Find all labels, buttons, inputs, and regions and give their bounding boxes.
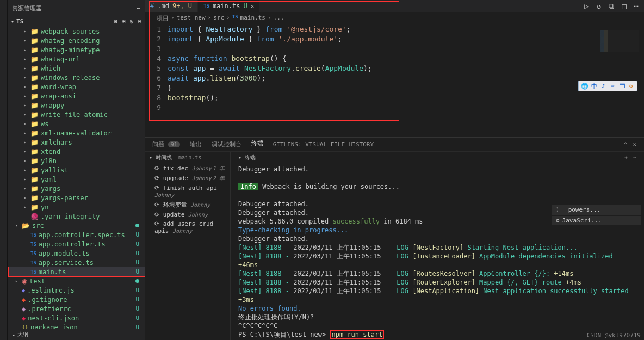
- ime-toolbar[interactable]: 🌐 中 ♪ ⌨ 🗔 ⚙: [578, 81, 637, 91]
- timeline-item[interactable]: ⟳ 环境变量 Johnny: [145, 200, 230, 210]
- file-row[interactable]: TSapp.service.tsU: [9, 258, 145, 267]
- eslint-icon: ◆: [22, 287, 25, 293]
- gear-icon[interactable]: ⚙: [627, 82, 635, 90]
- json-icon: {}: [22, 324, 28, 329]
- terminal-icon: 〉_: [556, 206, 566, 214]
- breadcrumb[interactable]: 项目› test-new› src› TS main.ts› ...: [145, 12, 644, 24]
- file-row[interactable]: TSapp.module.tsU: [9, 249, 145, 258]
- tab-debug-console[interactable]: 调试控制台: [212, 140, 242, 149]
- folder-row[interactable]: ▸📁yn: [9, 202, 145, 212]
- file-row[interactable]: ◆.prettierrcU: [9, 304, 145, 313]
- split-icon[interactable]: ◫: [622, 2, 626, 10]
- annotation-box: npm run start: [330, 330, 385, 339]
- tab-output[interactable]: 输出: [190, 140, 202, 149]
- folder-row[interactable]: ▸📁word-wrap: [9, 82, 145, 91]
- outline-section[interactable]: ▸大纲: [8, 329, 145, 340]
- folder-row[interactable]: ▸📁yallist: [9, 165, 145, 175]
- folder-row[interactable]: ▸📁xmlchars: [9, 138, 145, 147]
- terminal-item[interactable]: ⚙JavaScri...: [552, 216, 641, 225]
- globe-icon[interactable]: 🌐: [581, 82, 589, 90]
- close-icon[interactable]: ✕: [251, 3, 255, 10]
- folder-row[interactable]: ▸📁windows-release: [9, 73, 145, 82]
- file-tree: ▸📁webpack-sources ▸📁whatwg-encoding ▸📁wh…: [8, 27, 145, 329]
- music-icon[interactable]: ♪: [599, 82, 607, 90]
- git-icon: ◆: [22, 296, 26, 304]
- file-main-ts[interactable]: TSmain.tsU: [9, 267, 145, 276]
- file-row[interactable]: ◆nest-cli.jsonU: [9, 313, 145, 323]
- folder-row[interactable]: ▸📁whatwg-mimetype: [9, 45, 145, 54]
- code-editor[interactable]: 123456789 import { NestFactory } from '@…: [145, 24, 644, 113]
- project-name: TS: [16, 18, 23, 25]
- terminal-item[interactable]: 〉_powers...: [552, 205, 641, 215]
- folder-row[interactable]: ▸📁which: [9, 64, 145, 73]
- folder-row[interactable]: ▸📁whatwg-url: [9, 54, 145, 64]
- editor-wrap: 项目› test-new› src› TS main.ts› ... 12345…: [145, 12, 644, 137]
- ts-icon: TS: [30, 232, 36, 238]
- folder-row[interactable]: ▸📁xtend: [9, 147, 145, 156]
- folder-icon: 📁: [30, 28, 39, 35]
- keyboard-icon[interactable]: ⌨: [609, 82, 616, 90]
- folder-src[interactable]: ▾📂src: [9, 221, 145, 230]
- timeline-item[interactable]: ⟳ update Johnny: [145, 210, 230, 219]
- file-row[interactable]: TSapp.controller.tsU: [9, 239, 145, 249]
- timeline-item[interactable]: ⟳ finish auth api Johnny: [145, 183, 230, 200]
- add-icon[interactable]: ＋: [623, 154, 629, 162]
- timeline-item[interactable]: ⟳ add users crud apis Johnny: [145, 219, 230, 236]
- explorer-title: 资源管理器: [12, 4, 42, 13]
- folder-row[interactable]: ▸📁ws: [9, 119, 145, 128]
- tab-main-ts[interactable]: TS main.ts U ✕: [198, 0, 260, 12]
- folder-row[interactable]: ▸📁y18n: [9, 156, 145, 165]
- folder-row[interactable]: ▸📁webpack-sources: [9, 27, 145, 36]
- run-icon[interactable]: ▷: [584, 2, 589, 10]
- more-icon[interactable]: ⋯: [137, 5, 140, 12]
- folder-row[interactable]: ▸📁yargs: [9, 184, 145, 193]
- file-row[interactable]: ◆.gitignoreU: [9, 295, 145, 304]
- compare-icon[interactable]: ⧉: [609, 2, 614, 11]
- terminal-list: 〉_powers... ⚙JavaScri...: [552, 205, 641, 225]
- folder-row[interactable]: ▸📁yargs-parser: [9, 193, 145, 202]
- file-row[interactable]: ◆.eslintrc.jsU: [9, 286, 145, 295]
- watermark: CSDN @ykl970719: [587, 332, 641, 339]
- gear-icon: ⚙: [556, 217, 560, 224]
- more-icon[interactable]: ⋯: [634, 2, 639, 10]
- history-icon[interactable]: ↺: [597, 2, 601, 10]
- ts-icon: TS: [203, 3, 209, 9]
- folder-test[interactable]: ▸◉test: [9, 276, 145, 286]
- close-icon[interactable]: ✕: [633, 141, 636, 148]
- ts-icon: TS: [30, 260, 36, 265]
- main-area: # .md 9+, U TS main.ts U ✕ ▷ ↺ ⧉ ◫ ⋯ 项目›…: [145, 0, 644, 340]
- folder-icon: 📂: [22, 222, 30, 230]
- bottom-panel: 问题 91 输出 调试控制台 终端 GITLENS: VISUAL FILE H…: [145, 137, 644, 340]
- chevron-down-icon: ▾: [238, 154, 245, 160]
- tab-terminal[interactable]: 终端: [251, 139, 263, 150]
- refresh-icon[interactable]: ↻: [130, 18, 134, 25]
- folder-row[interactable]: ▸📁yaml: [9, 175, 145, 184]
- minimap[interactable]: [600, 30, 639, 52]
- file-row[interactable]: {}package.jsonU: [9, 323, 145, 329]
- folder-row[interactable]: ▸📁whatwg-encoding: [9, 36, 145, 45]
- tab-problems[interactable]: 问题 91: [152, 140, 180, 149]
- chevron-up-icon[interactable]: ⌃: [624, 141, 628, 148]
- timeline-item[interactable]: ⟳ upgrade Johnny2 年: [145, 174, 230, 183]
- file-row[interactable]: 🧶.yarn-integrity: [9, 212, 145, 221]
- new-file-icon[interactable]: ⊕: [114, 18, 118, 25]
- sidebar-section[interactable]: ▾ TS ⊕ ⊞ ↻ ⊟: [8, 16, 145, 27]
- tab-readme[interactable]: # .md 9+, U: [145, 0, 198, 12]
- terminal-output[interactable]: Debugger attached. Info Webpack is build…: [231, 164, 644, 340]
- folder-row[interactable]: ▸📁wrappy: [9, 101, 145, 110]
- folder-row[interactable]: ▸📁wrap-ansi: [9, 91, 145, 101]
- file-row[interactable]: TSapp.controller.spec.tsU: [9, 230, 145, 239]
- tab-gitlens[interactable]: GITLENS: VISUAL FILE HISTORY: [273, 141, 374, 148]
- chevron-right-icon: ▸: [24, 29, 27, 34]
- folder-row[interactable]: ▸📁xml-name-validator: [9, 128, 145, 138]
- window-icon[interactable]: 🗔: [618, 82, 626, 90]
- folder-row[interactable]: ▸📁write-file-atomic: [9, 110, 145, 119]
- ts-icon: TS: [30, 269, 36, 275]
- more-icon[interactable]: ⋯: [633, 154, 636, 162]
- activity-bar[interactable]: [0, 0, 8, 340]
- new-folder-icon[interactable]: ⊞: [122, 18, 126, 25]
- ime-cn-icon[interactable]: 中: [590, 82, 598, 90]
- chevron-down-icon: ▾: [15, 223, 18, 228]
- timeline-item[interactable]: ⟳ fix dec Johnny1 年: [145, 164, 230, 174]
- collapse-icon[interactable]: ⊟: [138, 18, 141, 25]
